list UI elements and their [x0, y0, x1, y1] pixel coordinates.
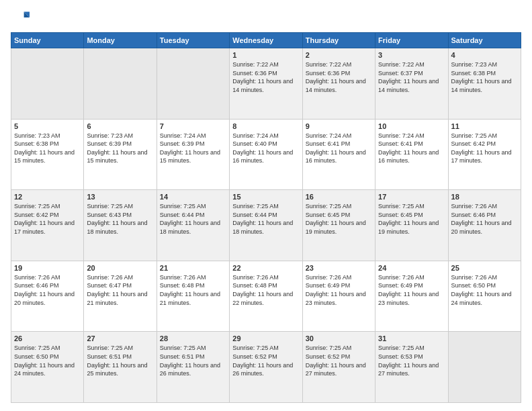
day-info: Sunrise: 7:25 AMSunset: 6:44 PMDaylight:…	[160, 202, 226, 236]
day-number: 25	[451, 264, 518, 272]
day-number: 14	[160, 193, 226, 201]
day-info: Sunrise: 7:25 AMSunset: 6:43 PMDaylight:…	[87, 202, 153, 236]
calendar-cell: 9Sunrise: 7:24 AMSunset: 6:41 PMDaylight…	[302, 119, 375, 190]
calendar-cell: 8Sunrise: 7:24 AMSunset: 6:40 PMDaylight…	[230, 119, 302, 190]
day-number: 30	[306, 334, 372, 342]
day-number: 24	[378, 264, 445, 272]
calendar-cell	[157, 48, 229, 120]
day-number: 4	[451, 51, 518, 59]
day-info: Sunrise: 7:24 AMSunset: 6:41 PMDaylight:…	[306, 132, 372, 165]
page: SundayMondayTuesdayWednesdayThursdayFrid…	[0, 0, 532, 411]
day-info: Sunrise: 7:25 AMSunset: 6:42 PMDaylight:…	[451, 132, 518, 165]
day-number: 15	[232, 193, 299, 201]
day-number: 9	[306, 122, 372, 130]
weekday-header-sunday: Sunday	[11, 33, 84, 48]
weekday-header-wednesday: Wednesday	[230, 33, 302, 48]
day-info: Sunrise: 7:23 AMSunset: 6:38 PMDaylight:…	[451, 60, 518, 94]
day-info: Sunrise: 7:25 AMSunset: 6:45 PMDaylight:…	[378, 202, 445, 236]
calendar-cell: 13Sunrise: 7:25 AMSunset: 6:43 PMDayligh…	[84, 190, 157, 261]
calendar-cell: 17Sunrise: 7:25 AMSunset: 6:45 PMDayligh…	[375, 190, 448, 261]
calendar-table: SundayMondayTuesdayWednesdayThursdayFrid…	[11, 32, 521, 403]
day-info: Sunrise: 7:25 AMSunset: 6:50 PMDaylight:…	[14, 344, 81, 377]
weekday-header-thursday: Thursday	[302, 33, 375, 48]
day-number: 2	[306, 51, 372, 59]
logo-icon	[11, 8, 30, 27]
day-info: Sunrise: 7:22 AMSunset: 6:36 PMDaylight:…	[306, 60, 372, 94]
header	[11, 8, 521, 27]
calendar-cell: 2Sunrise: 7:22 AMSunset: 6:36 PMDaylight…	[302, 48, 375, 120]
day-number: 26	[14, 334, 81, 342]
logo	[11, 8, 32, 27]
day-number: 29	[232, 334, 299, 342]
calendar-cell: 4Sunrise: 7:23 AMSunset: 6:38 PMDaylight…	[448, 48, 521, 120]
day-number: 16	[306, 193, 372, 201]
day-number: 20	[87, 264, 153, 272]
calendar-cell: 30Sunrise: 7:25 AMSunset: 6:52 PMDayligh…	[302, 332, 375, 403]
day-number: 27	[87, 334, 153, 342]
day-info: Sunrise: 7:25 AMSunset: 6:44 PMDaylight:…	[232, 202, 299, 236]
day-number: 5	[14, 122, 81, 130]
calendar-cell	[84, 48, 157, 120]
day-info: Sunrise: 7:23 AMSunset: 6:38 PMDaylight:…	[14, 132, 81, 165]
calendar-cell	[448, 332, 521, 403]
day-number: 31	[378, 334, 445, 342]
day-number: 1	[232, 51, 299, 59]
day-info: Sunrise: 7:23 AMSunset: 6:39 PMDaylight:…	[87, 132, 153, 165]
day-info: Sunrise: 7:25 AMSunset: 6:42 PMDaylight:…	[14, 202, 81, 236]
calendar-cell: 11Sunrise: 7:25 AMSunset: 6:42 PMDayligh…	[448, 119, 521, 190]
calendar-cell: 28Sunrise: 7:25 AMSunset: 6:51 PMDayligh…	[157, 332, 229, 403]
calendar-cell: 25Sunrise: 7:26 AMSunset: 6:50 PMDayligh…	[448, 261, 521, 332]
calendar-cell: 19Sunrise: 7:26 AMSunset: 6:46 PMDayligh…	[11, 261, 84, 332]
calendar-cell: 20Sunrise: 7:26 AMSunset: 6:47 PMDayligh…	[84, 261, 157, 332]
day-info: Sunrise: 7:26 AMSunset: 6:48 PMDaylight:…	[160, 273, 226, 307]
day-number: 10	[378, 122, 445, 130]
day-info: Sunrise: 7:25 AMSunset: 6:45 PMDaylight:…	[306, 202, 372, 236]
day-info: Sunrise: 7:24 AMSunset: 6:41 PMDaylight:…	[378, 132, 445, 165]
calendar-cell: 12Sunrise: 7:25 AMSunset: 6:42 PMDayligh…	[11, 190, 84, 261]
calendar-cell: 16Sunrise: 7:25 AMSunset: 6:45 PMDayligh…	[302, 190, 375, 261]
day-info: Sunrise: 7:26 AMSunset: 6:49 PMDaylight:…	[378, 273, 445, 307]
day-info: Sunrise: 7:22 AMSunset: 6:37 PMDaylight:…	[378, 60, 445, 94]
calendar-cell: 15Sunrise: 7:25 AMSunset: 6:44 PMDayligh…	[230, 190, 302, 261]
day-number: 21	[160, 264, 226, 272]
calendar-cell: 5Sunrise: 7:23 AMSunset: 6:38 PMDaylight…	[11, 119, 84, 190]
calendar-cell: 3Sunrise: 7:22 AMSunset: 6:37 PMDaylight…	[375, 48, 448, 120]
day-number: 8	[232, 122, 299, 130]
day-info: Sunrise: 7:25 AMSunset: 6:51 PMDaylight:…	[87, 344, 153, 377]
day-number: 11	[451, 122, 518, 130]
day-info: Sunrise: 7:22 AMSunset: 6:36 PMDaylight:…	[232, 60, 299, 94]
day-info: Sunrise: 7:26 AMSunset: 6:48 PMDaylight:…	[232, 273, 299, 307]
calendar-cell: 10Sunrise: 7:24 AMSunset: 6:41 PMDayligh…	[375, 119, 448, 190]
day-number: 7	[160, 122, 226, 130]
day-info: Sunrise: 7:25 AMSunset: 6:52 PMDaylight:…	[232, 344, 299, 377]
weekday-header-tuesday: Tuesday	[157, 33, 229, 48]
day-info: Sunrise: 7:24 AMSunset: 6:39 PMDaylight:…	[160, 132, 226, 165]
day-info: Sunrise: 7:25 AMSunset: 6:52 PMDaylight:…	[306, 344, 372, 377]
weekday-header-friday: Friday	[375, 33, 448, 48]
day-info: Sunrise: 7:26 AMSunset: 6:49 PMDaylight:…	[306, 273, 372, 307]
calendar-cell: 27Sunrise: 7:25 AMSunset: 6:51 PMDayligh…	[84, 332, 157, 403]
calendar-cell: 26Sunrise: 7:25 AMSunset: 6:50 PMDayligh…	[11, 332, 84, 403]
weekday-header-saturday: Saturday	[448, 33, 521, 48]
day-number: 6	[87, 122, 153, 130]
day-number: 17	[378, 193, 445, 201]
day-info: Sunrise: 7:25 AMSunset: 6:53 PMDaylight:…	[378, 344, 445, 377]
calendar-cell: 1Sunrise: 7:22 AMSunset: 6:36 PMDaylight…	[230, 48, 302, 120]
calendar-cell: 23Sunrise: 7:26 AMSunset: 6:49 PMDayligh…	[302, 261, 375, 332]
day-info: Sunrise: 7:26 AMSunset: 6:46 PMDaylight:…	[14, 273, 81, 307]
calendar-cell: 22Sunrise: 7:26 AMSunset: 6:48 PMDayligh…	[230, 261, 302, 332]
day-number: 22	[232, 264, 299, 272]
day-number: 12	[14, 193, 81, 201]
day-number: 13	[87, 193, 153, 201]
day-number: 28	[160, 334, 226, 342]
calendar-cell: 18Sunrise: 7:26 AMSunset: 6:46 PMDayligh…	[448, 190, 521, 261]
calendar-cell: 21Sunrise: 7:26 AMSunset: 6:48 PMDayligh…	[157, 261, 229, 332]
day-number: 3	[378, 51, 445, 59]
day-number: 19	[14, 264, 81, 272]
day-info: Sunrise: 7:26 AMSunset: 6:46 PMDaylight:…	[451, 202, 518, 236]
day-info: Sunrise: 7:24 AMSunset: 6:40 PMDaylight:…	[232, 132, 299, 165]
calendar-cell: 29Sunrise: 7:25 AMSunset: 6:52 PMDayligh…	[230, 332, 302, 403]
calendar-cell: 31Sunrise: 7:25 AMSunset: 6:53 PMDayligh…	[375, 332, 448, 403]
day-info: Sunrise: 7:26 AMSunset: 6:50 PMDaylight:…	[451, 273, 518, 307]
day-info: Sunrise: 7:26 AMSunset: 6:47 PMDaylight:…	[87, 273, 153, 307]
